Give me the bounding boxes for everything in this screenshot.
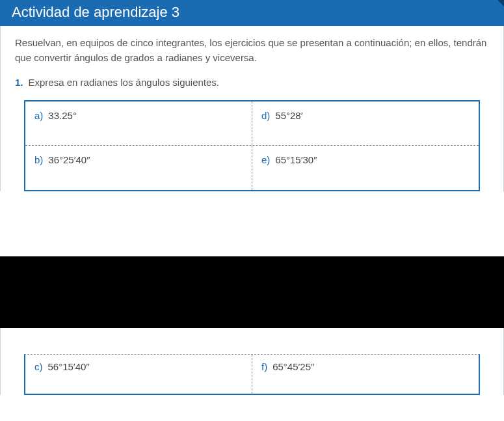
option-value: 36°25′40″ (48, 152, 90, 167)
option-value: 56°15′40″ (48, 361, 90, 372)
question-line: 1. Expresa en radianes los ángulos sigui… (15, 75, 489, 90)
option-label: f) (261, 361, 267, 372)
table-row: a) 33.25° d) 55°28′ (25, 102, 479, 146)
option-label: e) (261, 152, 270, 167)
option-label: d) (261, 108, 270, 123)
option-e: e) 65°15′30″ (252, 146, 479, 190)
option-label: b) (34, 152, 43, 167)
option-value: 65°45′25″ (272, 361, 314, 372)
content-area: Resuelvan, en equipos de cinco integrant… (0, 26, 504, 191)
content-area-bottom: c) 56°15′40″ f) 65°45′25″ (0, 328, 504, 395)
question-number: 1. (15, 75, 23, 90)
option-label: c) (34, 361, 43, 372)
option-value: 65°15′30″ (275, 152, 317, 167)
question-text: Expresa en radianes los ángulos siguient… (29, 75, 220, 90)
option-value: 33.25° (48, 108, 77, 123)
intro-text: Resuelvan, en equipos de cinco integrant… (15, 35, 489, 66)
option-f: f) 65°45′25″ (252, 355, 479, 394)
option-d: d) 55°28′ (252, 102, 479, 145)
option-label: a) (34, 108, 43, 123)
option-c: c) 56°15′40″ (25, 355, 252, 394)
option-value: 55°28′ (275, 108, 302, 123)
option-b: b) 36°25′40″ (25, 146, 252, 190)
table-row: c) 56°15′40″ f) 65°45′25″ (25, 355, 479, 394)
activity-title: Actividad de aprendizaje 3 (12, 4, 179, 20)
options-table-top: a) 33.25° d) 55°28′ b) 36°25′40″ e) 65°1… (24, 100, 480, 191)
options-table-bottom: c) 56°15′40″ f) 65°45′25″ (24, 354, 480, 395)
table-row: b) 36°25′40″ e) 65°15′30″ (25, 146, 479, 190)
activity-banner: Actividad de aprendizaje 3 (0, 0, 504, 26)
option-a: a) 33.25° (25, 102, 252, 145)
black-band (0, 256, 504, 328)
